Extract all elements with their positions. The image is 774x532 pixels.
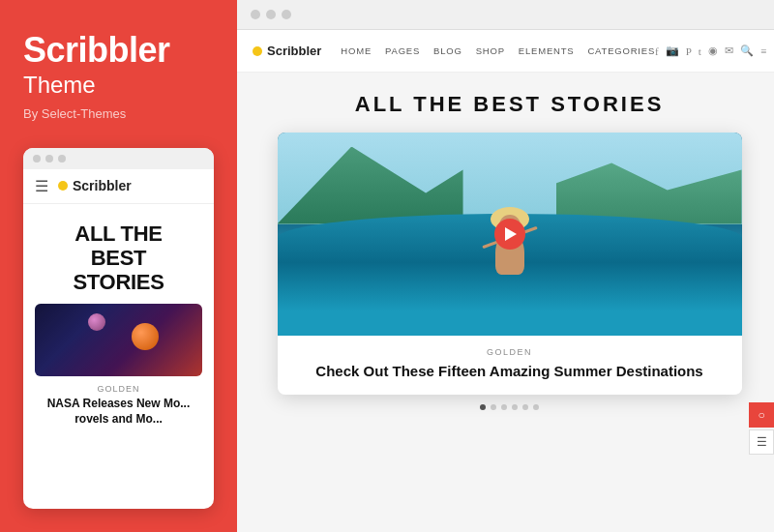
slider-dot-4[interactable] bbox=[512, 404, 518, 410]
floating-icon-symbol-2: ☰ bbox=[757, 435, 767, 450]
slide-caption: GOLDEN Check Out These Fifteen Amazing S… bbox=[278, 336, 742, 395]
floating-icon-2[interactable]: ☰ bbox=[749, 429, 774, 455]
slider-dot-1[interactable] bbox=[480, 404, 486, 410]
desktop-nav-links: HOME PAGES BLOG SHOP ELEMENTS CATEGORIES bbox=[341, 45, 655, 56]
desktop-titlebar bbox=[237, 0, 774, 30]
mail-icon[interactable]: ✉ bbox=[725, 44, 733, 57]
hero-slider[interactable]: GOLDEN Check Out These Fifteen Amazing S… bbox=[278, 133, 742, 395]
mobile-article-label: GOLDEN bbox=[23, 384, 214, 394]
mobile-dot-3 bbox=[58, 155, 66, 163]
slide-title: Check Out These Fifteen Amazing Summer D… bbox=[293, 362, 727, 381]
floating-icon-symbol-1: ○ bbox=[758, 408, 764, 423]
mobile-logo: Scribbler bbox=[58, 178, 132, 193]
right-panel: Scribbler HOME PAGES BLOG SHOP ELEMENTS … bbox=[237, 0, 774, 532]
desktop-window: Scribbler HOME PAGES BLOG SHOP ELEMENTS … bbox=[237, 0, 774, 532]
desktop-logo-text: Scribbler bbox=[267, 44, 321, 58]
brand-by: By Select-Themes bbox=[23, 106, 214, 121]
pinterest-icon[interactable]: P bbox=[686, 45, 692, 57]
play-button[interactable] bbox=[494, 219, 525, 250]
slider-dot-5[interactable] bbox=[522, 404, 528, 410]
slider-dot-2[interactable] bbox=[491, 404, 496, 410]
rss-icon[interactable]: ◉ bbox=[708, 44, 718, 57]
nav-link-home[interactable]: HOME bbox=[341, 45, 372, 56]
nav-link-blog[interactable]: BLOG bbox=[433, 45, 462, 56]
desktop-content: ALL THE BEST STORIES bbox=[237, 73, 774, 532]
mobile-logo-text: Scribbler bbox=[73, 178, 132, 193]
mobile-logo-dot bbox=[58, 181, 68, 191]
mobile-mockup: ☰ Scribbler ALL THE BEST STORIES GOLDEN … bbox=[23, 148, 214, 509]
search-icon[interactable]: 🔍 bbox=[740, 44, 754, 57]
slider-dot-3[interactable] bbox=[501, 404, 507, 410]
slider-dots bbox=[480, 404, 539, 410]
mobile-nav: ☰ Scribbler bbox=[23, 169, 214, 204]
hero-image bbox=[278, 133, 742, 336]
floating-icons: ○ ☰ bbox=[749, 402, 774, 455]
left-panel: Scribbler Theme By Select-Themes ☰ Scrib… bbox=[0, 0, 237, 532]
instagram-icon[interactable]: 📷 bbox=[666, 44, 679, 57]
menu-icon[interactable]: ≡ bbox=[760, 45, 766, 57]
slide-tag: GOLDEN bbox=[293, 347, 727, 357]
tumblr-icon[interactable]: t bbox=[699, 45, 701, 57]
mobile-article-image bbox=[35, 304, 202, 376]
facebook-icon[interactable]: f bbox=[655, 45, 659, 57]
titlebar-dot-2 bbox=[266, 10, 276, 19]
brand-subtitle: Theme bbox=[23, 72, 214, 99]
mobile-headline: ALL THE BEST STORIES bbox=[37, 222, 200, 295]
play-icon bbox=[505, 227, 517, 241]
desktop-nav: Scribbler HOME PAGES BLOG SHOP ELEMENTS … bbox=[237, 30, 774, 73]
desktop-logo-dot bbox=[253, 46, 262, 56]
desktop-nav-icons: f 📷 P t ◉ ✉ 🔍 ≡ bbox=[655, 44, 766, 57]
mobile-hero-text: ALL THE BEST STORIES bbox=[23, 204, 214, 305]
nav-link-shop[interactable]: SHOP bbox=[476, 45, 505, 56]
mobile-article-title: NASA Releases New Mo... rovels and Mo... bbox=[35, 397, 202, 427]
titlebar-dot-1 bbox=[251, 10, 260, 19]
mobile-dot-1 bbox=[33, 155, 41, 163]
mobile-dot-2 bbox=[45, 155, 53, 163]
hamburger-icon[interactable]: ☰ bbox=[35, 177, 48, 195]
slider-dot-6[interactable] bbox=[533, 404, 539, 410]
nav-link-categories[interactable]: CATEGORIES bbox=[587, 45, 655, 56]
brand-title: Scribbler bbox=[23, 31, 214, 70]
mobile-titlebar bbox=[23, 148, 214, 169]
desktop-headline: ALL THE BEST STORIES bbox=[355, 92, 665, 117]
titlebar-dot-3 bbox=[282, 10, 291, 19]
floating-icon-1[interactable]: ○ bbox=[749, 402, 774, 428]
nav-link-pages[interactable]: PAGES bbox=[385, 45, 420, 56]
nav-link-elements[interactable]: ELEMENTS bbox=[519, 45, 575, 56]
desktop-logo: Scribbler bbox=[253, 44, 321, 58]
